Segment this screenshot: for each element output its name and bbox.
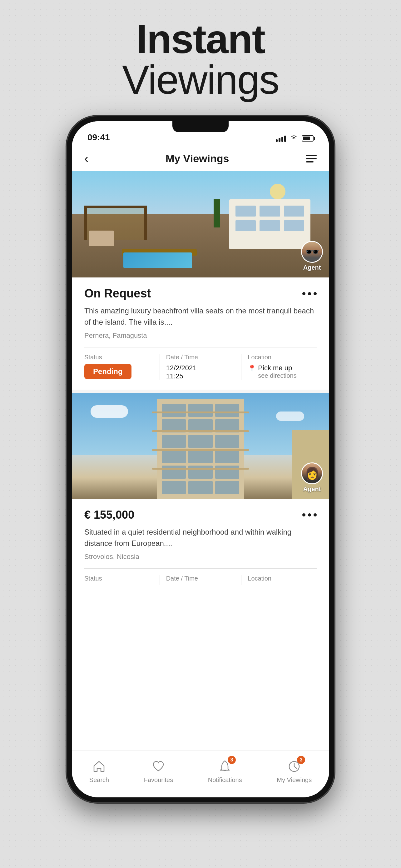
status-time: 09:41: [88, 132, 110, 143]
agent-label-2: Agent: [303, 486, 321, 493]
card1-pickup-text: Pick me up: [258, 364, 296, 372]
heart-icon: [152, 760, 165, 772]
card1-location-value: 📍 Pick me up see directions: [248, 364, 317, 379]
search-label: Search: [89, 776, 109, 784]
myviewings-badge: 3: [297, 756, 305, 764]
search-home-icon: [93, 760, 105, 772]
agent-badge-1[interactable]: 🕶️ Agent: [301, 241, 323, 271]
pin-icon: 📍: [248, 365, 256, 373]
nav-notifications[interactable]: 3 Notifications: [208, 758, 242, 784]
battery-icon: [302, 135, 313, 142]
apt-building: [157, 399, 244, 499]
signal-icon: [276, 135, 286, 142]
tree: [213, 199, 220, 227]
scroll-content: 🕶️ Agent On Request: [72, 171, 329, 750]
favourites-label: Favourites: [144, 776, 173, 784]
card1-directions[interactable]: see directions: [258, 372, 296, 379]
property-card-1: 🕶️ Agent On Request: [72, 171, 329, 393]
wifi-icon: [290, 134, 298, 143]
phone-notch: [172, 121, 229, 132]
card1-datetime-value: 12/2/202111:25: [166, 364, 235, 380]
card1-header-row: On Request: [84, 287, 317, 300]
property-card-2: 👩 Agent € 155,000 Si: [72, 393, 329, 750]
card2-location-col: Location: [241, 575, 317, 585]
phone-frame: 09:41: [66, 116, 335, 803]
card2-status-col: Status: [84, 575, 160, 585]
card2-price: € 155,000: [84, 508, 134, 522]
avatar-1: 🕶️: [301, 241, 323, 263]
villa-scene: [72, 171, 329, 277]
bottom-nav: Search Favourites 3: [72, 750, 329, 797]
pool: [123, 252, 192, 268]
card2-datetime-col: Date / Time: [160, 575, 242, 585]
card1-location-col: Location 📍 Pick me up see directions: [241, 354, 317, 380]
app-header: ‹ My Viewings: [72, 146, 329, 171]
card1-status-label: Status: [84, 354, 153, 361]
headline-line2: Viewings: [122, 59, 279, 100]
card2-description: Situated in a quiet residential neighbor…: [84, 526, 317, 549]
card1-content: On Request This amazing luxury beachfron…: [72, 277, 329, 393]
myviewings-label: My Viewings: [277, 776, 312, 784]
apartment-scene: [72, 393, 329, 499]
nav-search[interactable]: Search: [89, 758, 109, 784]
search-icon-container: [91, 758, 107, 774]
property-image-2: 👩 Agent: [72, 393, 329, 499]
card2-dots-menu[interactable]: [302, 514, 317, 517]
menu-button[interactable]: [306, 155, 317, 162]
notifications-label: Notifications: [208, 776, 242, 784]
card2-location: Strovolos, Nicosia: [84, 553, 317, 561]
notifications-badge: 3: [228, 756, 236, 764]
nav-myviewings[interactable]: 3 My Viewings: [277, 758, 312, 784]
headline: Instant Viewings: [122, 19, 279, 100]
card1-title: On Request: [84, 287, 151, 300]
back-button[interactable]: ‹: [84, 152, 89, 165]
card1-dots-menu[interactable]: [302, 292, 317, 295]
avatar-2: 👩: [301, 462, 323, 484]
card2-content: € 155,000 Situated in a quiet residentia…: [72, 499, 329, 595]
card1-location: Pernera, Famagusta: [84, 332, 317, 340]
card2-status-row: Status Date / Time Location: [84, 568, 317, 585]
couch: [89, 230, 114, 246]
card2-header-row: € 155,000: [84, 508, 317, 522]
villa-building: [229, 199, 310, 249]
card1-status-badge: Pending: [84, 364, 132, 379]
header-title: My Viewings: [166, 153, 229, 165]
phone-screen: 09:41: [72, 121, 329, 797]
card1-description: This amazing luxury beachfront villa sea…: [84, 305, 317, 328]
agent-label-1: Agent: [303, 264, 321, 271]
notifications-icon-container: 3: [217, 758, 233, 774]
card1-location-label: Location: [248, 354, 317, 361]
card2-location-label: Location: [248, 575, 317, 582]
card1-status-col: Status Pending: [84, 354, 160, 380]
agent-badge-2[interactable]: 👩 Agent: [301, 462, 323, 493]
card1-datetime-col: Date / Time 12/2/202111:25: [160, 354, 242, 380]
status-icons: [276, 134, 313, 143]
headline-line1: Instant: [122, 19, 279, 59]
nav-favourites[interactable]: Favourites: [144, 758, 173, 784]
myviewings-icon-container: 3: [287, 758, 302, 774]
card1-details: Status Pending Date / Time 12/2/202111:2…: [84, 347, 317, 380]
favourites-icon-container: [151, 758, 166, 774]
property-image-1: 🕶️ Agent: [72, 171, 329, 277]
card2-datetime-label: Date / Time: [166, 575, 235, 582]
card1-datetime-label: Date / Time: [166, 354, 235, 361]
card2-status-label: Status: [84, 575, 153, 582]
